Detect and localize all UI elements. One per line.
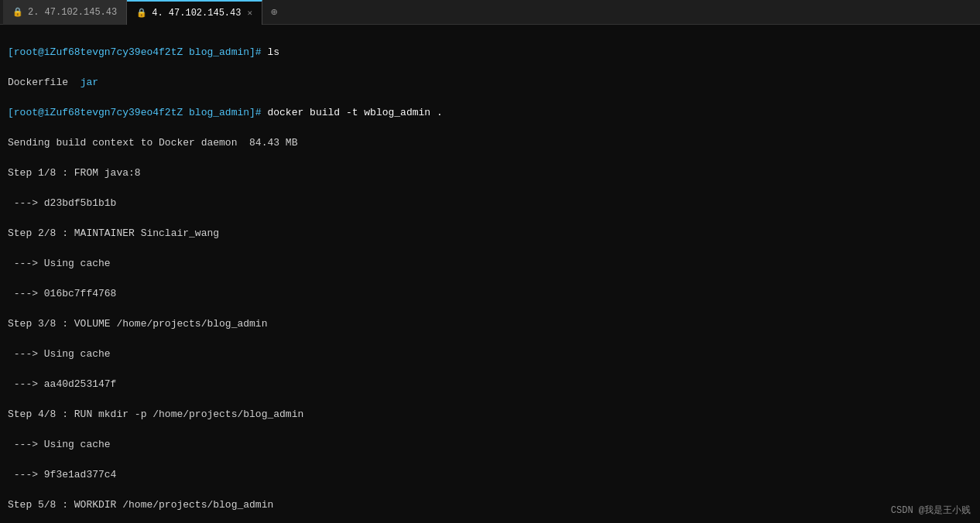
terminal-line-3: [root@iZuf68tevgn7cy39eo4f2tZ blog_admin… [8, 105, 972, 121]
watermark: CSDN @我是王小贱 [891, 504, 971, 517]
terminal-area[interactable]: [root@iZuf68tevgn7cy39eo4f2tZ blog_admin… [0, 25, 980, 523]
terminal-line-4: Sending build context to Docker daemon 8… [8, 135, 972, 151]
terminal-line-6: ---> d23bdf5b1b1b [8, 196, 972, 211]
terminal-line-5: Step 1/8 : FROM java:8 [8, 166, 972, 181]
new-tab-button[interactable]: ⊕ [262, 0, 286, 25]
tab-1-icon: 🔒 [12, 7, 23, 17]
tab-2[interactable]: 🔒 4. 47.102.145.43 ✕ [127, 0, 262, 25]
terminal-line-2: Dockerfile jar [8, 75, 972, 91]
tab-bar: 🔒 2. 47.102.145.43 🔒 4. 47.102.145.43 ✕ … [0, 0, 980, 25]
tab-1[interactable]: 🔒 2. 47.102.145.43 [3, 0, 127, 25]
terminal-line-1: [root@iZuf68tevgn7cy39eo4f2tZ blog_admin… [8, 45, 972, 60]
tab-2-label: 4. 47.102.145.43 [152, 8, 241, 19]
terminal-line-10: Step 3/8 : VOLUME /home/projects/blog_ad… [8, 316, 972, 332]
terminal-line-8: ---> Using cache [8, 256, 972, 272]
terminal-line-7: Step 2/8 : MAINTAINER Sinclair_wang [8, 226, 972, 241]
terminal-line-11: ---> Using cache [8, 347, 972, 362]
terminal-line-14: ---> Using cache [8, 437, 972, 453]
terminal-line-12: ---> aa40d253147f [8, 377, 972, 392]
tab-1-label: 2. 47.102.145.43 [28, 7, 117, 18]
terminal-line-13: Step 4/8 : RUN mkdir -p /home/projects/b… [8, 407, 972, 422]
tab-2-close[interactable]: ✕ [247, 8, 252, 18]
terminal-line-16: Step 5/8 : WORKDIR /home/projects/blog_a… [8, 497, 972, 513]
tab-2-icon: 🔒 [136, 8, 147, 18]
terminal-line-9: ---> 016bc7ff4768 [8, 286, 972, 302]
terminal-line-15: ---> 9f3e1ad377c4 [8, 467, 972, 483]
